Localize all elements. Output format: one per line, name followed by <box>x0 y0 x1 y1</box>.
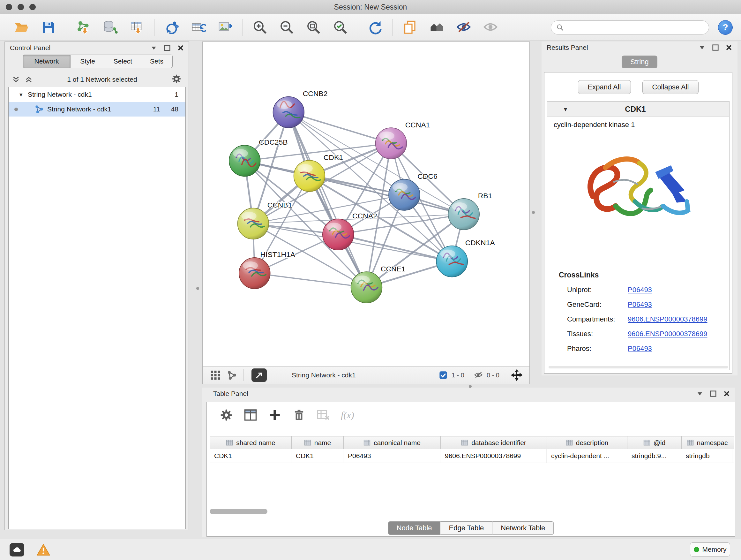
column-header-id[interactable]: @id <box>627 436 682 449</box>
tab-node-table[interactable]: Node Table <box>388 521 441 535</box>
network-edge[interactable] <box>288 112 366 287</box>
network-edge[interactable] <box>288 112 391 143</box>
tree-disclosure-icon[interactable]: ▾ <box>19 91 28 98</box>
export-table-button[interactable] <box>189 18 208 37</box>
import-table-file-button[interactable] <box>128 18 146 37</box>
zoom-out-button[interactable] <box>278 18 296 37</box>
warnings-button[interactable] <box>36 543 51 557</box>
gene-section-header[interactable]: ▾ CDK1 <box>547 102 729 117</box>
network-row[interactable]: String Network - cdk1 11 48 <box>9 102 185 117</box>
create-column-button[interactable] <box>268 408 281 422</box>
left-splitter-handle[interactable] <box>196 287 199 290</box>
delete-column-button[interactable] <box>292 408 306 422</box>
cell-id: stringdb:9... <box>627 449 681 462</box>
panel-close-icon[interactable] <box>177 44 184 51</box>
grid-icon <box>210 370 221 381</box>
open-in-new-button[interactable] <box>252 368 267 382</box>
table-row[interactable]: CDK1 CDK1 P06493 9606.ENSP00000378699 cy… <box>210 449 734 463</box>
copy-button[interactable] <box>401 18 419 37</box>
grid-view-button[interactable] <box>207 368 224 382</box>
node-label: CCNA1 <box>405 121 430 129</box>
zoom-selected-button[interactable] <box>331 18 350 37</box>
panel-collapse-icon[interactable] <box>150 44 157 51</box>
crosslink-uniprot-link[interactable]: P06493 <box>628 286 652 294</box>
zoom-fit-button[interactable] <box>305 18 323 37</box>
network-node-cdk1[interactable]: CDK1 <box>294 153 343 192</box>
delete-table-button[interactable] <box>317 408 330 422</box>
gene-disclosure-icon[interactable]: ▾ <box>564 105 567 113</box>
copy-documents-icon <box>402 20 418 35</box>
panel-collapse-icon[interactable] <box>698 44 705 51</box>
hide-selected-button[interactable] <box>455 18 473 37</box>
panel-float-icon[interactable] <box>710 390 717 397</box>
right-splitter-handle[interactable] <box>532 211 535 214</box>
tab-edge-table[interactable]: Edge Table <box>441 521 493 535</box>
hidden-eye-icon[interactable] <box>474 371 483 380</box>
import-network-database-button[interactable] <box>101 18 119 37</box>
network-node-ccna1[interactable]: CCNA1 <box>376 121 430 159</box>
tab-select[interactable]: Select <box>105 55 141 68</box>
cloud-services-button[interactable] <box>10 543 24 557</box>
crosslink-label: Pharos: <box>567 345 628 353</box>
home-button[interactable] <box>428 18 446 37</box>
crosslink-label: Uniprot: <box>567 286 628 294</box>
zoom-in-button[interactable] <box>251 18 269 37</box>
expand-all-tree-icon[interactable] <box>24 75 33 84</box>
network-options-button[interactable] <box>172 74 182 85</box>
panel-close-icon[interactable] <box>725 44 732 51</box>
scrollbar-thumb[interactable] <box>210 509 267 514</box>
export-image-button[interactable] <box>216 18 234 37</box>
selected-checkbox-icon[interactable] <box>439 371 448 380</box>
panel-collapse-icon[interactable] <box>696 390 703 397</box>
panel-float-icon[interactable] <box>712 44 719 51</box>
column-header-database-identifier[interactable]: database identifier <box>441 436 547 449</box>
bottom-splitter-handle[interactable] <box>469 385 472 388</box>
panel-float-icon[interactable] <box>164 44 171 51</box>
column-header-namespace[interactable]: namespac <box>682 436 733 449</box>
table-settings-button[interactable] <box>219 408 233 422</box>
crosslink-pharos-link[interactable]: P06493 <box>628 345 652 353</box>
column-header-shared-name[interactable]: shared name <box>210 436 292 449</box>
network-node-cdkn1a[interactable]: CDKN1A <box>436 239 495 277</box>
column-header-name[interactable]: name <box>292 436 344 449</box>
network-share-view-button[interactable] <box>224 368 240 382</box>
open-session-button[interactable] <box>12 18 31 37</box>
panel-close-icon[interactable] <box>723 390 730 397</box>
network-canvas[interactable]: CCNB2CCNA1CDC25BCDK1CDC6RB1CCNB1CCNA2CDK… <box>203 42 529 366</box>
network-node-rb1[interactable]: RB1 <box>448 192 492 230</box>
show-columns-button[interactable] <box>244 408 257 422</box>
expand-all-button[interactable]: Expand All <box>578 80 631 94</box>
network-edge[interactable] <box>255 273 367 287</box>
network-collection-row[interactable]: ▾ String Network - cdk1 1 <box>9 87 185 102</box>
network-node-hist1h1a[interactable]: HIST1H1A <box>239 250 295 289</box>
collapse-all-tree-icon[interactable] <box>12 75 20 84</box>
toolbar-separator <box>66 19 66 36</box>
show-all-button[interactable] <box>481 18 500 37</box>
tab-network[interactable]: Network <box>23 55 71 68</box>
crosslink-compartments-link[interactable]: 9606.ENSP00000378699 <box>628 315 708 323</box>
save-session-button[interactable] <box>39 18 58 37</box>
search-input[interactable] <box>567 23 704 31</box>
birds-eye-toggle-button[interactable] <box>509 368 525 383</box>
tab-network-table[interactable]: Network Table <box>492 521 554 535</box>
collapse-all-button[interactable]: Collapse All <box>643 80 699 94</box>
function-builder-button[interactable]: f(x) <box>341 410 354 421</box>
tab-style[interactable]: Style <box>71 55 105 68</box>
crosslink-genecard-link[interactable]: P06493 <box>628 300 652 309</box>
import-network-file-button[interactable] <box>74 18 92 37</box>
node-label: CDK1 <box>324 153 343 162</box>
table-panel-body: f(x) shared name name canonical name dat… <box>206 402 735 537</box>
tab-sets[interactable]: Sets <box>141 55 173 68</box>
string-results-tab[interactable]: String <box>622 56 657 68</box>
column-header-canonical-name[interactable]: canonical name <box>344 436 441 449</box>
results-scrollbar[interactable] <box>549 366 728 368</box>
crosslink-tissues-link[interactable]: 9606.ENSP00000378699 <box>628 330 708 338</box>
refresh-button[interactable] <box>366 18 385 37</box>
column-header-description[interactable]: description <box>547 436 627 449</box>
window-title: Session: New Session <box>0 0 741 14</box>
help-button[interactable]: ? <box>718 20 733 35</box>
export-network-button[interactable] <box>162 18 181 37</box>
memory-button[interactable]: Memory <box>690 543 730 557</box>
table-toolbar: f(x) <box>207 402 735 423</box>
network-node-cdc6[interactable]: CDC6 <box>389 172 437 210</box>
